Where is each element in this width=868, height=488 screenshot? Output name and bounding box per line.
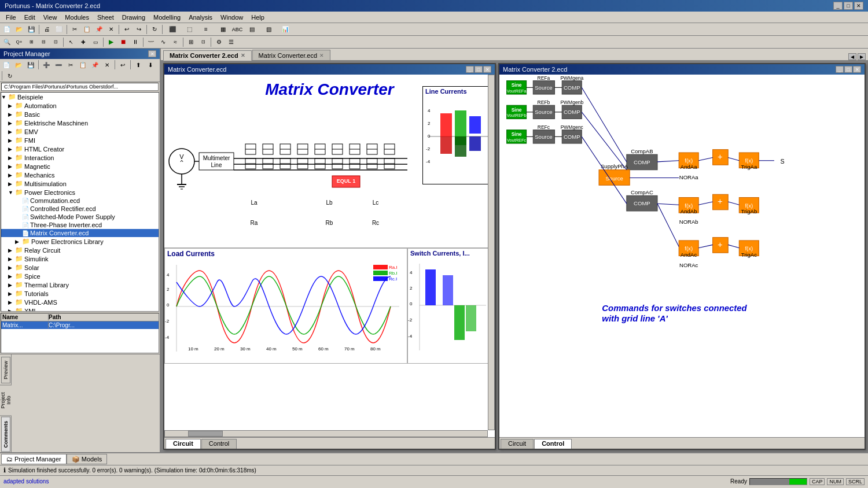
doc-tab-2-close[interactable]: ✕ — [319, 53, 324, 58]
tree-arrow-icon[interactable]: ▶ — [8, 112, 15, 117]
wave3-btn[interactable]: ≈ — [170, 37, 181, 47]
zoom-in-btn[interactable]: Q+ — [13, 37, 25, 47]
tree-arrow-icon[interactable]: ▼ — [1, 94, 8, 100]
menu-window[interactable]: Window — [217, 13, 247, 22]
print-btn[interactable]: 🖨 — [41, 24, 53, 35]
tree-multisim[interactable]: ▶ 📁 Multisimulation — [1, 179, 159, 188]
menu-drawing[interactable]: Drawing — [119, 13, 149, 22]
control-tab-1[interactable]: Control — [201, 439, 237, 449]
sim-stop-btn[interactable]: ⏹ — [117, 37, 129, 47]
zoom-fit-btn[interactable]: ⊞ — [25, 37, 37, 47]
cut-btn[interactable]: ✂ — [69, 24, 80, 35]
tree-arrow-icon[interactable]: ▶ — [15, 239, 22, 245]
tree-arrow-icon[interactable]: ▶ — [8, 273, 15, 279]
tree-elektrische[interactable]: ▶ 📁 Elektrische Maschinen — [1, 119, 159, 127]
circuit-tab-1[interactable]: Circuit — [165, 439, 201, 449]
tree-magnetic[interactable]: ▶ 📁 Magnetic — [1, 162, 159, 171]
minimize-btn[interactable]: _ — [833, 2, 843, 10]
pm-paste-btn[interactable]: 📌 — [89, 60, 101, 70]
zoom-sel-btn[interactable]: ⊟ — [38, 37, 49, 47]
doc-tab-1[interactable]: Matrix Converter 2.ecd ✕ — [163, 50, 252, 61]
tree-fmi[interactable]: ▶ 📁 FMI — [1, 136, 159, 145]
mdi-maximize-2[interactable]: □ — [844, 66, 852, 73]
project-manager-tab[interactable]: 🗂 Project Manager — [1, 454, 67, 464]
tree-matrix[interactable]: 📄 Matrix Converter.ecd — [1, 229, 159, 237]
models-tab[interactable]: 📦 Models — [67, 454, 107, 464]
menu-modules[interactable]: Modules — [61, 13, 93, 22]
tb-plot-btn[interactable]: 📊 — [277, 24, 293, 35]
tree-arrow-icon[interactable]: ▶ — [8, 300, 15, 305]
preview-tab[interactable]: Preview — [1, 357, 10, 383]
open-btn[interactable]: 📂 — [13, 24, 25, 35]
doc-tab-1-close[interactable]: ✕ — [241, 53, 245, 58]
more2-btn[interactable]: ☰ — [225, 37, 237, 47]
tree-automation[interactable]: ▶ 📁 Automation — [1, 101, 159, 110]
tree-arrow-icon[interactable]: ▶ — [8, 146, 15, 152]
pm-refresh-btn[interactable]: ↻ — [4, 71, 16, 81]
canvas-1[interactable]: Matrix Converter V Multimeter — [164, 75, 495, 437]
tree-arrow-icon[interactable]: ▼ — [8, 190, 15, 195]
wave-btn[interactable]: 〰 — [145, 37, 157, 47]
snap-btn[interactable]: ⊡ — [197, 37, 209, 47]
close-btn[interactable]: ✕ — [854, 2, 863, 10]
tree-tutorials[interactable]: ▶ 📁 Tutorials — [1, 289, 159, 298]
block4-btn[interactable]: ▦ — [215, 24, 231, 35]
tree-switched[interactable]: 📄 Switched-Mode Power Supply — [1, 213, 159, 221]
tree-arrow-icon[interactable]: ▶ — [8, 181, 15, 187]
wave2-btn[interactable]: ∿ — [157, 37, 169, 47]
tree-simulink[interactable]: ▶ 📁 Simulink — [1, 254, 159, 263]
tb-table-btn[interactable]: ▤ — [244, 24, 260, 35]
pm-add-btn[interactable]: ➕ — [41, 60, 52, 70]
tb-chart-btn[interactable]: ▧ — [260, 24, 277, 35]
comments-tab[interactable]: Comments — [1, 417, 10, 452]
more1-btn[interactable]: ⚙ — [213, 37, 225, 47]
pm-copy-btn[interactable]: 📋 — [77, 60, 89, 70]
tree-arrow-icon[interactable]: ▶ — [8, 120, 15, 126]
tree-pel[interactable]: ▶ 📁 Power Electronics Library — [1, 237, 159, 246]
pm-undo-btn[interactable]: ↩ — [117, 60, 128, 70]
menu-view[interactable]: View — [40, 13, 61, 22]
tree-arrow-icon[interactable]: ▶ — [8, 155, 15, 161]
h-scrollbar-thumb-1[interactable] — [188, 431, 223, 437]
print-preview-btn[interactable]: ⬜ — [53, 24, 65, 35]
block2-btn[interactable]: ⬚ — [181, 24, 197, 35]
abc-btn[interactable]: ABC — [231, 24, 243, 35]
mdi-prev-btn[interactable]: ◀ — [848, 53, 856, 60]
block1-btn[interactable]: ⬛ — [164, 24, 181, 35]
pm-remove-btn[interactable]: ➖ — [53, 60, 64, 70]
refresh-btn[interactable]: ↻ — [149, 24, 160, 35]
tree-arrow-icon[interactable]: ▶ — [8, 172, 15, 178]
mdi-minimize-1[interactable]: _ — [466, 66, 474, 73]
mdi-next-btn[interactable]: ▶ — [858, 53, 866, 60]
select-btn[interactable]: ▭ — [90, 37, 101, 47]
pm-cut-btn[interactable]: ✂ — [65, 60, 76, 70]
arrow-btn[interactable]: ↖ — [65, 37, 77, 47]
maximize-btn[interactable]: □ — [844, 2, 853, 10]
undo-btn[interactable]: ↩ — [121, 24, 133, 35]
tree-emv[interactable]: ▶ 📁 EMV — [1, 127, 159, 136]
v-scrollbar-1[interactable] — [488, 75, 495, 430]
doc-tab-2[interactable]: Matrix Converter.ecd ✕ — [252, 50, 330, 60]
tree-solar[interactable]: ▶ 📁 Solar — [1, 263, 159, 272]
tree-interaction[interactable]: ▶ 📁 Interaction — [1, 153, 159, 162]
pm-close-btn[interactable]: ✕ — [148, 50, 156, 57]
tree-arrow-icon[interactable]: ▶ — [8, 308, 15, 312]
tree-xml[interactable]: ▶ 📁 XML — [1, 306, 159, 312]
pm-up-btn[interactable]: ⬆ — [133, 60, 144, 70]
tree-vhdl[interactable]: ▶ 📁 VHDL-AMS — [1, 298, 159, 306]
tree-mechanics[interactable]: ▶ 📁 Mechanics — [1, 171, 159, 179]
tree-threephase[interactable]: 📄 Three-Phase Inverter.ecd — [1, 221, 159, 229]
tree-arrow-icon[interactable]: ▶ — [8, 256, 15, 262]
project-tree[interactable]: ▼ 📁 Beispiele ▶ 📁 Automation ▶ 📁 Basic ▶… — [1, 92, 159, 312]
copy-btn[interactable]: 📋 — [81, 24, 93, 35]
pm-down-btn[interactable]: ⬇ — [145, 60, 156, 70]
menu-edit[interactable]: Edit — [21, 13, 39, 22]
tree-arrow-icon[interactable]: ▶ — [8, 265, 15, 271]
tree-arrow-icon[interactable]: ▶ — [8, 164, 15, 169]
zoom-out-btn[interactable]: 🔍 — [1, 37, 13, 47]
tree-arrow-icon[interactable]: ▶ — [8, 291, 15, 297]
pm-open-btn[interactable]: 📂 — [13, 60, 24, 70]
tree-relay[interactable]: ▶ 📁 Relay Circuit — [1, 246, 159, 254]
tree-arrow-icon[interactable]: ▶ — [8, 282, 15, 288]
tree-html[interactable]: ▶ 📁 HTML Creator — [1, 145, 159, 153]
